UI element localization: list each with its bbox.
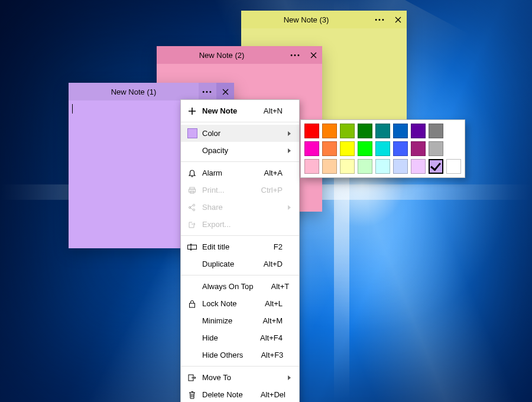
color-swatch[interactable] [393,124,408,138]
menu-item-lock-note[interactable]: Lock Note Alt+L [181,295,299,312]
rename-icon [186,244,199,251]
svg-point-4 [193,204,194,206]
color-swatch[interactable] [375,141,390,156]
menu-item-minimize[interactable]: Minimize Alt+M [181,312,299,329]
color-swatch[interactable] [393,141,408,156]
color-swatch[interactable] [322,159,337,174]
color-swatch[interactable] [429,141,443,156]
note-menu-button[interactable]: ••• [287,46,304,64]
color-swatch[interactable] [429,124,443,138]
color-swatch[interactable] [446,159,461,174]
note-titlebar[interactable]: New Note (2) ••• [157,46,322,64]
menu-item-move-to[interactable]: Move To [181,369,299,386]
plus-icon [186,107,199,115]
color-swatch[interactable] [429,159,443,174]
menu-item-new-note[interactable]: New Note Alt+N [181,102,299,119]
color-swatch[interactable] [340,159,355,174]
color-swatch[interactable] [411,159,426,174]
menu-item-alarm[interactable]: Alarm Alt+A [181,164,299,181]
menu-item-edit-title[interactable]: Edit title F2 [181,238,299,255]
color-swatch[interactable] [411,141,426,156]
menu-item-export: Export... [181,216,299,233]
close-icon [395,17,401,23]
color-swatch[interactable] [304,124,319,138]
note-title: New Note (2) [157,51,287,60]
color-swatch[interactable] [358,141,372,156]
svg-rect-7 [190,303,195,307]
lock-icon [186,300,199,308]
submenu-arrow-icon [288,375,291,380]
menu-separator [181,235,299,236]
svg-point-5 [193,209,194,210]
menu-item-delete-note[interactable]: Delete Note Alt+Del [181,386,299,402]
submenu-arrow-icon [288,205,291,210]
share-icon [186,203,199,212]
export-icon [186,221,199,229]
menu-item-color[interactable]: Color [181,125,299,142]
color-swatch[interactable] [322,141,337,156]
menu-separator [181,122,299,122]
menu-item-always-on-top[interactable]: Always On Top Alt+T [181,278,299,295]
trash-icon [186,391,199,399]
color-swatch[interactable] [340,124,355,138]
color-swatch[interactable] [358,124,372,138]
color-swatch[interactable] [340,141,355,156]
color-swatch[interactable] [304,141,319,156]
note-menu-button[interactable]: ••• [199,83,216,100]
note-close-button[interactable] [304,46,322,64]
color-swatch[interactable] [411,124,426,138]
menu-item-hide-others[interactable]: Hide Others Alt+F3 [181,346,299,364]
more-icon: ••• [202,88,213,95]
svg-rect-6 [188,245,197,249]
note-titlebar[interactable]: New Note (1) ••• [69,83,234,100]
bell-icon [186,169,199,177]
color-swatch[interactable] [322,124,337,138]
more-icon: ••• [290,51,301,59]
close-icon [310,52,317,59]
note-menu-button[interactable]: ••• [371,11,389,28]
submenu-arrow-icon [288,131,291,136]
text-caret [72,104,73,114]
menu-item-opacity[interactable]: Opacity [181,142,299,159]
color-swatch-icon [186,128,199,138]
more-icon: ••• [375,16,385,23]
submenu-arrow-icon [288,148,291,153]
color-palette [300,119,465,178]
context-menu: New Note Alt+N Color Opacity Alarm Alt+A… [180,99,300,402]
menu-separator [181,366,299,367]
menu-separator [181,275,299,275]
printer-icon [186,186,199,194]
color-swatch[interactable] [304,159,319,174]
note-title: New Note (1) [69,87,199,96]
note-title: New Note (3) [241,15,371,24]
menu-item-hide[interactable]: Hide Alt+F4 [181,329,299,346]
menu-item-duplicate[interactable]: Duplicate Alt+D [181,255,299,273]
menu-item-share: Share [181,199,299,216]
close-icon [222,89,229,95]
note-close-button[interactable] [389,11,407,28]
color-swatch[interactable] [393,159,408,174]
color-swatch[interactable] [375,159,390,174]
color-swatch[interactable] [358,159,372,174]
move-icon [186,374,199,382]
note-titlebar[interactable]: New Note (3) ••• [241,11,407,28]
menu-separator [181,161,299,162]
color-swatch[interactable] [375,124,390,138]
note-close-button[interactable] [216,83,234,100]
menu-item-print: Print... Ctrl+P [181,181,299,199]
